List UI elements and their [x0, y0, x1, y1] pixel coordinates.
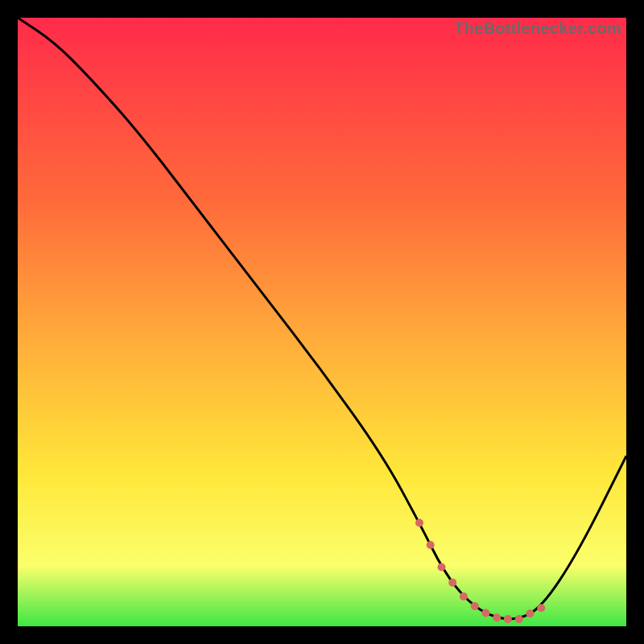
optimal-dot — [515, 615, 523, 623]
gradient-bg — [18, 18, 626, 626]
optimal-dot — [504, 615, 512, 623]
optimal-dot — [438, 564, 446, 572]
optimal-dot — [448, 579, 456, 587]
chart-svg — [18, 18, 626, 626]
watermark-text: TheBottlenecker.com — [454, 19, 621, 38]
optimal-dot — [427, 541, 435, 549]
optimal-dot — [481, 609, 489, 617]
optimal-dot — [537, 604, 545, 612]
optimal-dot — [471, 602, 479, 610]
chart-frame: TheBottlenecker.com — [18, 18, 626, 626]
optimal-dot — [526, 609, 534, 617]
optimal-dot — [460, 592, 468, 601]
optimal-dot — [493, 613, 501, 621]
optimal-dot — [415, 519, 423, 527]
